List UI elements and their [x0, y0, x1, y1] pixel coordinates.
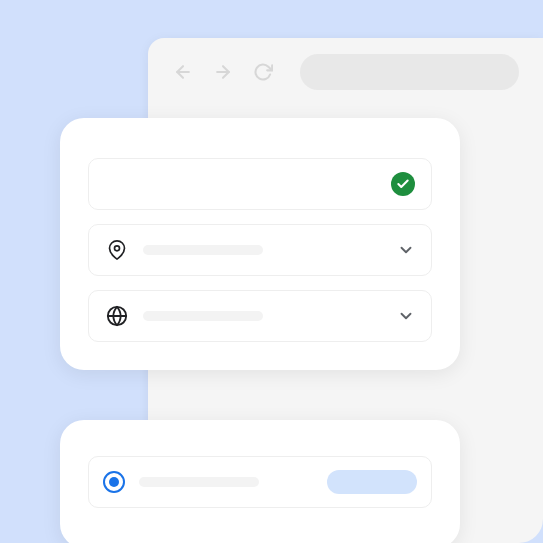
location-field[interactable] [88, 224, 432, 276]
form-card [60, 118, 460, 370]
check-icon [396, 177, 410, 191]
option-pill [327, 470, 417, 494]
placeholder-text [143, 311, 263, 321]
back-button[interactable] [172, 61, 194, 83]
chevron-down-icon [397, 241, 415, 259]
placeholder-text [143, 245, 263, 255]
browser-toolbar [148, 38, 543, 106]
location-pin-icon [105, 238, 129, 262]
radio-button-icon [103, 471, 125, 493]
language-field[interactable] [88, 290, 432, 342]
arrow-left-icon [173, 62, 193, 82]
forward-button[interactable] [212, 61, 234, 83]
option-card [60, 420, 460, 543]
globe-icon [105, 304, 129, 328]
success-badge [391, 172, 415, 196]
arrow-right-icon [213, 62, 233, 82]
radio-option[interactable] [88, 456, 432, 508]
reload-icon [253, 62, 273, 82]
placeholder-text [139, 477, 259, 487]
address-bar[interactable] [300, 54, 519, 90]
svg-point-2 [115, 246, 120, 251]
verified-field[interactable] [88, 158, 432, 210]
chevron-down-icon [397, 307, 415, 325]
reload-button[interactable] [252, 61, 274, 83]
